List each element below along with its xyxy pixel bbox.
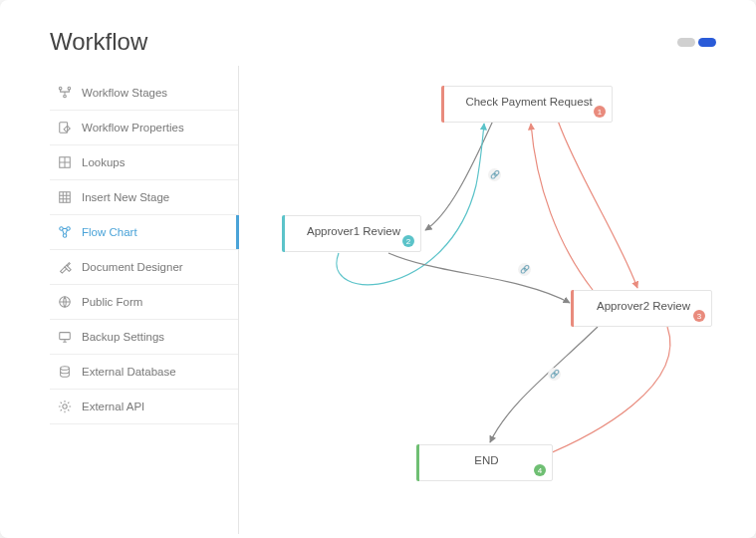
svg-point-12: [63, 404, 67, 408]
sidebar-item-label: Public Form: [82, 296, 142, 308]
sidebar-item-external-api[interactable]: External API: [50, 390, 238, 424]
edge-1-3: [558, 121, 637, 288]
sidebar-item-label: Flow Chart: [82, 226, 137, 238]
node-check-payment-request[interactable]: Check Payment Request 1: [443, 86, 613, 123]
tools-icon: [58, 260, 72, 274]
sidebar-item-workflow-properties[interactable]: Workflow Properties: [50, 111, 238, 145]
svg-point-8: [63, 234, 67, 238]
sidebar-item-label: Workflow Properties: [82, 122, 184, 134]
edge-3-4-red: [538, 327, 670, 458]
node-accent: [416, 444, 419, 481]
svg-point-2: [64, 95, 67, 98]
node-label: Approver2 Review: [597, 300, 690, 312]
toggle-on-pill[interactable]: [698, 38, 716, 47]
sidebar-item-insert-new-stage[interactable]: Insert New Stage: [50, 180, 238, 215]
backup-icon: [58, 330, 72, 344]
grid-icon: [58, 155, 72, 169]
grid-plus-icon: [58, 190, 72, 204]
link-icon: 🔗: [548, 368, 561, 381]
node-accent: [282, 215, 285, 252]
sidebar-item-label: Insert New Stage: [82, 191, 169, 203]
nodes-icon: [58, 86, 72, 100]
node-label: Approver1 Review: [307, 225, 400, 237]
flowchart-canvas[interactable]: 🔗 🔗 🔗 🔗 Check Payment Request 1 Approver…: [239, 66, 756, 534]
database-icon: [58, 365, 72, 379]
node-approver1-review[interactable]: Approver1 Review 2: [284, 215, 421, 252]
sidebar-item-label: External API: [82, 401, 144, 412]
toggle-off-pill[interactable]: [677, 38, 695, 47]
sidebar-item-label: Backup Settings: [82, 331, 164, 343]
svg-rect-10: [60, 333, 71, 340]
node-accent: [571, 290, 574, 327]
sidebar-item-backup-settings[interactable]: Backup Settings: [50, 320, 238, 355]
edge-2-1: [337, 124, 484, 285]
sidebar: Workflow Stages Workflow Properties Look…: [50, 66, 239, 534]
body: Workflow Stages Workflow Properties Look…: [0, 66, 756, 534]
sidebar-item-label: Document Designer: [82, 261, 183, 273]
doc-edit-icon: [58, 121, 72, 134]
node-badge: 2: [402, 235, 414, 247]
node-label: END: [474, 454, 498, 466]
node-badge: 1: [594, 106, 606, 118]
svg-rect-5: [60, 192, 71, 203]
sidebar-item-label: Workflow Stages: [82, 87, 167, 99]
svg-point-11: [61, 367, 70, 371]
link-icon: 🔗: [518, 263, 531, 276]
api-icon: [58, 400, 72, 413]
view-toggle[interactable]: [677, 38, 716, 47]
edge-3-1: [531, 124, 593, 290]
node-end[interactable]: END 4: [418, 444, 553, 481]
edge-2-3: [388, 253, 570, 303]
sidebar-item-label: External Database: [82, 366, 176, 378]
page-title: Workflow: [50, 28, 147, 56]
sidebar-item-workflow-stages[interactable]: Workflow Stages: [50, 76, 238, 111]
node-accent: [441, 86, 444, 123]
edge-3-4-grey: [490, 327, 598, 442]
node-badge: 3: [693, 310, 705, 322]
node-badge: 4: [534, 464, 546, 476]
workflow-card: Workflow Workflow Stages Workflow Proper…: [0, 0, 756, 538]
header: Workflow: [0, 0, 756, 66]
sidebar-item-label: Lookups: [82, 156, 125, 168]
sidebar-item-public-form[interactable]: Public Form: [50, 285, 238, 320]
edge-1-2: [425, 121, 493, 230]
link-icon: 🔗: [488, 168, 501, 181]
globe-icon: [58, 295, 72, 309]
sidebar-item-document-designer[interactable]: Document Designer: [50, 250, 238, 285]
sidebar-item-external-database[interactable]: External Database: [50, 355, 238, 390]
flow-icon: [58, 225, 72, 239]
sidebar-item-lookups[interactable]: Lookups: [50, 145, 238, 180]
sidebar-item-flow-chart[interactable]: Flow Chart: [50, 215, 238, 250]
node-approver2-review[interactable]: Approver2 Review 3: [573, 290, 712, 327]
node-label: Check Payment Request: [465, 96, 592, 108]
